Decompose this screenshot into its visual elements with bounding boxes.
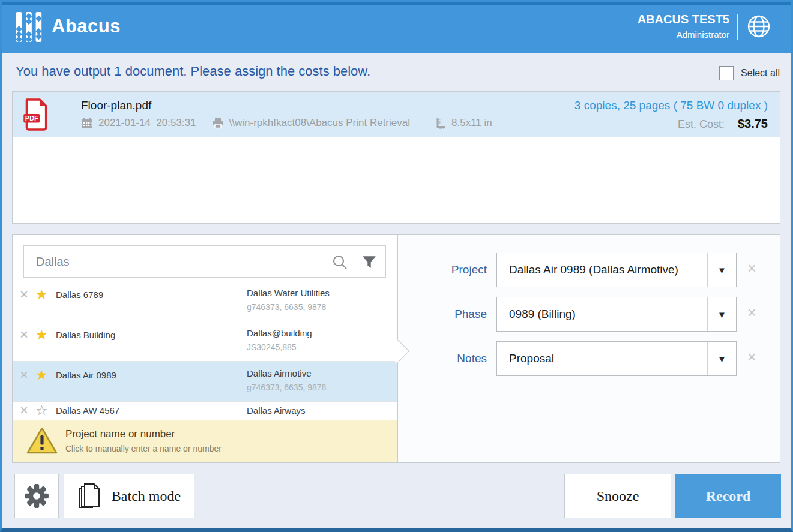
select-all-checkbox[interactable] <box>719 66 734 80</box>
notes-select-value: Proposal <box>509 342 554 375</box>
project-name: Dallas Building <box>56 330 115 340</box>
manual-entry-banner[interactable]: Project name or number Click to manually… <box>13 420 397 462</box>
project-row[interactable]: × ☆ Dallas AW 4567 Dallas Airways <box>13 402 397 422</box>
snooze-label: Snooze <box>597 488 639 504</box>
client-name: Dallas Airways <box>247 405 306 416</box>
header-top-strip <box>0 2 793 5</box>
paper-size: 8.5x11 in <box>451 117 492 129</box>
project-row[interactable]: × ★ Dallas Building Dallas@building JS30… <box>13 321 397 362</box>
document-filename: Floor-plan.pdf <box>81 99 151 112</box>
ruler-icon <box>435 117 446 129</box>
client-name: Dallas Airmotive <box>247 368 312 378</box>
pdf-icon: PDF <box>22 98 49 133</box>
globe-icon <box>746 14 771 39</box>
dropdown-arrow-icon[interactable]: ▼ <box>707 342 736 375</box>
phase-select[interactable]: 0989 (Billing) ▼ <box>496 297 737 332</box>
search-icon[interactable] <box>331 254 348 273</box>
header-divider <box>737 14 738 40</box>
project-search-panel: × ★ Dallas 6789 Dallas Water Utilities g… <box>12 234 397 463</box>
output-message: You have output 1 document. Please assig… <box>16 64 370 79</box>
select-all: Select all <box>719 66 780 80</box>
project-field-label: Project <box>398 253 487 287</box>
filter-button[interactable] <box>361 254 377 272</box>
client-codes: g746373, 6635, 9878 <box>247 302 326 312</box>
document-row[interactable]: PDF Floor-plan.pdf 2021-01-14 20:53:31 <box>13 92 780 137</box>
dropdown-arrow-icon[interactable]: ▼ <box>707 253 736 287</box>
clear-phase-button[interactable]: × <box>747 305 756 320</box>
project-row[interactable]: × ★ Dallas 6789 Dallas Water Utilities g… <box>13 281 397 321</box>
batch-pages-icon <box>77 482 101 510</box>
batch-mode-label: Batch mode <box>112 488 181 504</box>
account-info: ABACUS TEST5 Administrator <box>638 13 729 40</box>
record-button[interactable]: Record <box>675 474 781 518</box>
project-name: Dallas 6789 <box>56 290 103 300</box>
project-name: Dallas AW 4567 <box>56 405 119 416</box>
star-icon[interactable]: ★ <box>35 327 48 342</box>
warning-icon <box>26 426 58 458</box>
client-name: Dallas Water Utilities <box>247 288 330 298</box>
notes-field-label: Notes <box>398 341 487 376</box>
document-meta: 2021-01-14 20:53:31 \\win-rpkhfkact08\Ab… <box>81 117 492 129</box>
record-label: Record <box>706 488 751 504</box>
notes-field-row: Notes Proposal ▼ × <box>398 341 780 376</box>
remove-icon[interactable]: × <box>20 287 28 302</box>
manual-entry-title: Project name or number <box>65 428 175 440</box>
copies-summary: 3 copies, 25 pages ( 75 BW 0 duplex ) <box>574 99 768 112</box>
abacus-logo-icon <box>13 11 44 46</box>
project-name: Dallas Air 0989 <box>56 370 116 380</box>
select-all-label: Select all <box>741 68 780 79</box>
clear-project-button[interactable]: × <box>747 261 756 276</box>
clear-notes-button[interactable]: × <box>747 350 756 365</box>
account-role: Administrator <box>638 29 729 40</box>
batch-mode-button[interactable]: Batch mode <box>64 474 194 518</box>
client-codes: JS30245,885 <box>247 342 297 352</box>
gear-icon <box>24 483 49 509</box>
project-list: × ★ Dallas 6789 Dallas Water Utilities g… <box>13 281 397 422</box>
project-row-selected[interactable]: × ★ Dallas Air 0989 Dallas Airmotive g74… <box>13 362 397 402</box>
printer-icon <box>212 117 224 129</box>
dropdown-arrow-icon[interactable]: ▼ <box>707 297 736 331</box>
manual-entry-subtitle: Click to manually enter a name or number <box>65 444 222 453</box>
project-select-value: Dallas Air 0989 (Dallas Airmotive) <box>509 253 678 287</box>
filter-icon <box>361 254 377 270</box>
document-timestamp: 2021-01-14 20:53:31 <box>98 117 196 129</box>
client-name: Dallas@building <box>247 328 312 338</box>
calendar-icon <box>81 117 93 129</box>
language-button[interactable] <box>746 14 771 39</box>
app-title: Abacus <box>52 16 121 37</box>
star-icon[interactable]: ★ <box>35 368 48 382</box>
account-name: ABACUS TEST5 <box>638 13 729 26</box>
project-select[interactable]: Dallas Air 0989 (Dallas Airmotive) ▼ <box>496 253 737 287</box>
remove-icon[interactable]: × <box>20 327 28 342</box>
phase-field-row: Phase 0989 (Billing) ▼ × <box>398 297 780 332</box>
remove-icon[interactable]: × <box>20 368 28 382</box>
phase-field-label: Phase <box>398 297 487 332</box>
estimated-cost: Est. Cost: $3.75 <box>678 117 768 131</box>
svg-text:PDF: PDF <box>25 115 38 122</box>
star-icon[interactable]: ★ <box>35 287 48 302</box>
settings-button[interactable] <box>14 474 59 518</box>
project-field-row: Project Dallas Air 0989 (Dallas Airmotiv… <box>398 253 780 287</box>
remove-icon[interactable]: × <box>20 403 28 417</box>
cost-label: Est. Cost: <box>678 118 725 131</box>
phase-select-value: 0989 (Billing) <box>509 297 576 331</box>
star-outline-icon[interactable]: ☆ <box>35 403 48 417</box>
document-list-panel: PDF Floor-plan.pdf 2021-01-14 20:53:31 <box>12 91 780 224</box>
printer-path: \\win-rpkhfkact08\Abacus Print Retrieval <box>229 117 410 129</box>
app-header: Abacus ABACUS TEST5 Administrator <box>0 0 793 53</box>
search-input[interactable] <box>24 246 330 277</box>
assignment-form-panel: Project Dallas Air 0989 (Dallas Airmotiv… <box>397 234 780 463</box>
search-box <box>23 245 386 278</box>
notes-select[interactable]: Proposal ▼ <box>496 341 737 376</box>
search-divider <box>352 247 352 276</box>
snooze-button[interactable]: Snooze <box>564 474 671 518</box>
cost-value: $3.75 <box>738 117 768 131</box>
client-codes: g746373, 6635, 9878 <box>247 383 326 392</box>
